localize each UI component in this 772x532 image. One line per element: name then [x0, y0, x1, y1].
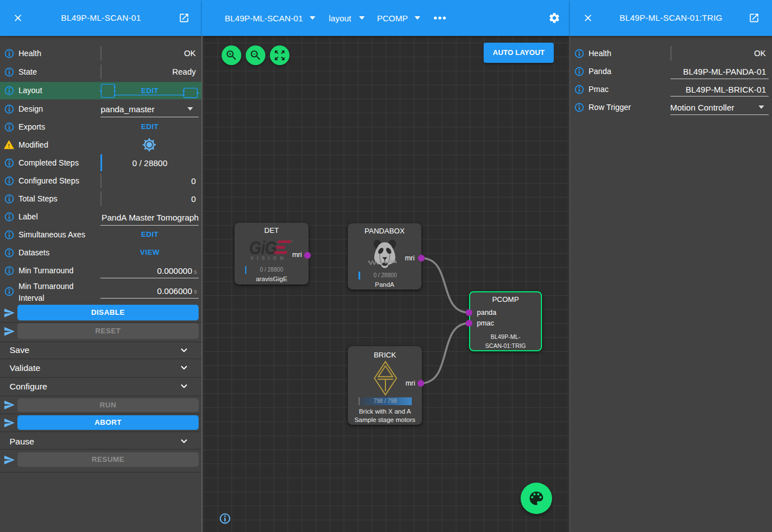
svg-text:VISION: VISION — [250, 255, 287, 261]
